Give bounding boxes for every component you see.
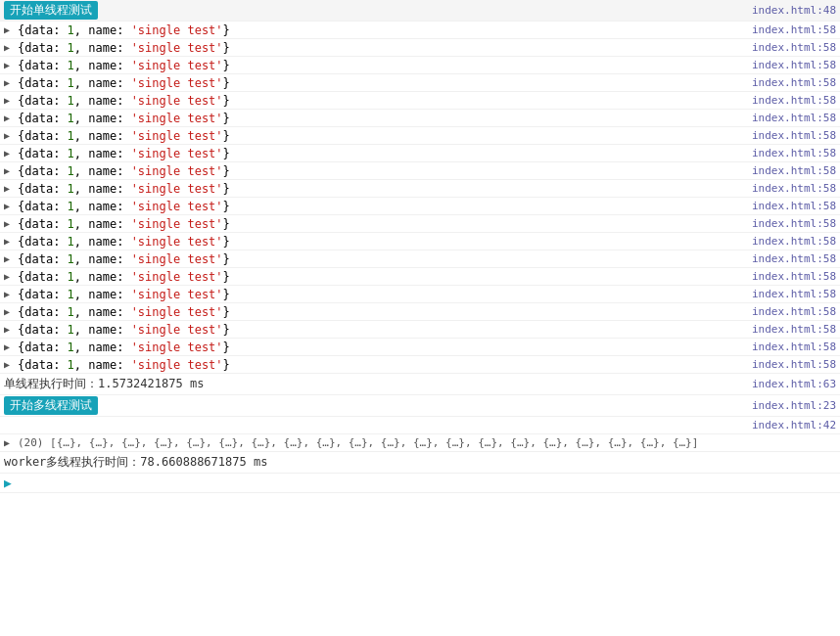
data-text-5: {data: 1, name: 'single test'} [18,94,230,108]
data-link-13[interactable]: index.html:58 [752,235,836,248]
data-row-3: ▶ {data: 1, name: 'single test'} index.h… [0,57,840,74]
expand-icon-13[interactable]: ▶ [4,236,14,247]
expand-icon-8[interactable]: ▶ [4,148,14,159]
data-row-16: ▶ {data: 1, name: 'single test'} index.h… [0,286,840,303]
data-row-13: ▶ {data: 1, name: 'single test'} index.h… [0,233,840,250]
timing-worker-text: worker多线程执行时间：78.660888671875 ms [4,454,267,471]
data-row-10: ▶ {data: 1, name: 'single test'} index.h… [0,180,840,198]
bottom-prompt-row: ▶ [0,474,840,493]
header1-link[interactable]: index.html:48 [752,4,836,17]
data-link-7[interactable]: index.html:58 [752,129,836,142]
data-row-7: ▶ {data: 1, name: 'single test'} index.h… [0,127,840,145]
data-link-18[interactable]: index.html:58 [752,323,836,336]
expand-icon-10[interactable]: ▶ [4,183,14,194]
single-thread-badge: 开始单线程测试 [4,1,98,20]
timing-single-text: 单线程执行时间：1.5732421875 ms [4,376,204,392]
data-link-20[interactable]: index.html:58 [752,358,836,371]
data-text-17: {data: 1, name: 'single test'} [18,305,230,319]
data-text-6: {data: 1, name: 'single test'} [18,112,230,125]
data-row-1: ▶ {data: 1, name: 'single test'} index.h… [0,22,840,39]
expand-icon-4[interactable]: ▶ [4,77,14,88]
data-link-4[interactable]: index.html:58 [752,76,836,89]
data-text-13: {data: 1, name: 'single test'} [18,235,230,249]
array-expand-icon[interactable]: ▶ [4,437,14,448]
data-link-19[interactable]: index.html:58 [752,341,836,353]
timing-worker-row: worker多线程执行时间：78.660888671875 ms [0,452,840,474]
data-row-11: ▶ {data: 1, name: 'single test'} index.h… [0,198,840,215]
header2-link1[interactable]: index.html:23 [752,399,836,412]
data-text-8: {data: 1, name: 'single test'} [18,147,230,160]
data-row-2: ▶ {data: 1, name: 'single test'} index.h… [0,39,840,57]
data-link-10[interactable]: index.html:58 [752,182,836,195]
data-link-5[interactable]: index.html:58 [752,94,836,107]
expand-icon-17[interactable]: ▶ [4,306,14,317]
expand-icon-19[interactable]: ▶ [4,341,14,352]
data-text-11: {data: 1, name: 'single test'} [18,200,230,213]
console-panel: 开始单线程测试 index.html:48 ▶ {data: 1, name: … [0,0,840,493]
data-text-16: {data: 1, name: 'single test'} [18,288,230,301]
data-text-18: {data: 1, name: 'single test'} [18,323,230,337]
data-text-4: {data: 1, name: 'single test'} [18,76,230,90]
data-link-15[interactable]: index.html:58 [752,270,836,283]
expand-icon-7[interactable]: ▶ [4,130,14,141]
data-row-5: ▶ {data: 1, name: 'single test'} index.h… [0,92,840,110]
header-row-multi-2: index.html:42 [0,417,840,434]
data-row-17: ▶ {data: 1, name: 'single test'} index.h… [0,303,840,321]
expand-icon-1[interactable]: ▶ [4,24,14,35]
expand-icon-2[interactable]: ▶ [4,42,14,53]
data-row-4: ▶ {data: 1, name: 'single test'} index.h… [0,74,840,92]
data-link-12[interactable]: index.html:58 [752,217,836,230]
expand-icon-5[interactable]: ▶ [4,95,14,106]
data-row-18: ▶ {data: 1, name: 'single test'} index.h… [0,321,840,339]
expand-icon-12[interactable]: ▶ [4,218,14,229]
data-text-19: {data: 1, name: 'single test'} [18,341,230,354]
header2-link2[interactable]: index.html:42 [752,419,836,432]
data-link-6[interactable]: index.html:58 [752,112,836,124]
data-row-14: ▶ {data: 1, name: 'single test'} index.h… [0,250,840,268]
data-link-1[interactable]: index.html:58 [752,23,836,36]
data-row-20: ▶ {data: 1, name: 'single test'} index.h… [0,356,840,374]
data-link-9[interactable]: index.html:58 [752,164,836,177]
data-text-20: {data: 1, name: 'single test'} [18,358,230,372]
data-row-15: ▶ {data: 1, name: 'single test'} index.h… [0,268,840,286]
expand-icon-6[interactable]: ▶ [4,113,14,123]
data-text-2: {data: 1, name: 'single test'} [18,41,230,55]
data-text-12: {data: 1, name: 'single test'} [18,217,230,231]
data-text-7: {data: 1, name: 'single test'} [18,129,230,143]
data-row-12: ▶ {data: 1, name: 'single test'} index.h… [0,215,840,233]
timing-single-row: 单线程执行时间：1.5732421875 ms index.html:63 [0,374,840,395]
array-row: ▶ (20) [{…}, {…}, {…}, {…}, {…}, {…}, {…… [0,434,840,452]
data-link-8[interactable]: index.html:58 [752,147,836,159]
data-row-19: ▶ {data: 1, name: 'single test'} index.h… [0,339,840,356]
data-text-9: {data: 1, name: 'single test'} [18,164,230,178]
expand-icon-20[interactable]: ▶ [4,359,14,370]
data-link-17[interactable]: index.html:58 [752,305,836,318]
data-link-11[interactable]: index.html:58 [752,200,836,212]
bottom-expand-icon[interactable]: ▶ [4,476,14,490]
data-text-14: {data: 1, name: 'single test'} [18,252,230,266]
expand-icon-14[interactable]: ▶ [4,253,14,264]
data-row-8: ▶ {data: 1, name: 'single test'} index.h… [0,145,840,162]
expand-icon-9[interactable]: ▶ [4,165,14,176]
header-row-single: 开始单线程测试 index.html:48 [0,0,840,22]
expand-icon-16[interactable]: ▶ [4,289,14,299]
data-text-3: {data: 1, name: 'single test'} [18,59,230,72]
data-link-3[interactable]: index.html:58 [752,59,836,71]
header-row-multi: 开始多线程测试 index.html:23 [0,395,840,417]
data-link-2[interactable]: index.html:58 [752,41,836,54]
expand-icon-18[interactable]: ▶ [4,324,14,335]
data-link-14[interactable]: index.html:58 [752,252,836,265]
data-row-6: ▶ {data: 1, name: 'single test'} index.h… [0,110,840,127]
expand-icon-3[interactable]: ▶ [4,60,14,70]
data-text-10: {data: 1, name: 'single test'} [18,182,230,196]
multi-thread-badge: 开始多线程测试 [4,396,98,415]
data-link-16[interactable]: index.html:58 [752,288,836,300]
timing-single-link[interactable]: index.html:63 [752,378,836,390]
expand-icon-15[interactable]: ▶ [4,271,14,282]
array-text: (20) [{…}, {…}, {…}, {…}, {…}, {…}, {…},… [18,436,698,449]
data-text-1: {data: 1, name: 'single test'} [18,23,230,37]
data-text-15: {data: 1, name: 'single test'} [18,270,230,284]
data-row-9: ▶ {data: 1, name: 'single test'} index.h… [0,162,840,180]
expand-icon-11[interactable]: ▶ [4,201,14,211]
